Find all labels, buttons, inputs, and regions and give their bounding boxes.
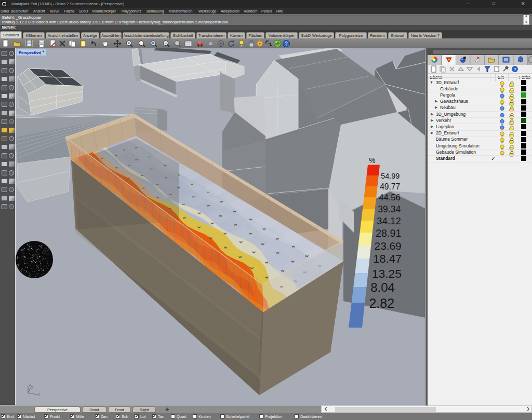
svg-text:49.77: 49.77 — [380, 182, 400, 191]
svg-text:%: % — [369, 156, 375, 165]
svg-text:?: ? — [514, 67, 516, 72]
svg-text:28.91: 28.91 — [376, 227, 402, 239]
svg-text:44.56: 44.56 — [379, 193, 401, 202]
svg-text:34.12: 34.12 — [377, 215, 401, 226]
svg-text:y: y — [31, 385, 33, 389]
svg-text:8.04: 8.04 — [370, 280, 395, 294]
svg-text:18.47: 18.47 — [373, 252, 402, 265]
svg-text:39.34: 39.34 — [378, 204, 401, 214]
svg-text:2.82: 2.82 — [369, 296, 394, 310]
svg-text:13.25: 13.25 — [372, 267, 402, 280]
svg-text:?: ? — [285, 41, 288, 47]
svg-text:x: x — [38, 392, 40, 396]
svg-text:23.69: 23.69 — [375, 240, 402, 252]
svg-text:54.99: 54.99 — [381, 172, 400, 180]
